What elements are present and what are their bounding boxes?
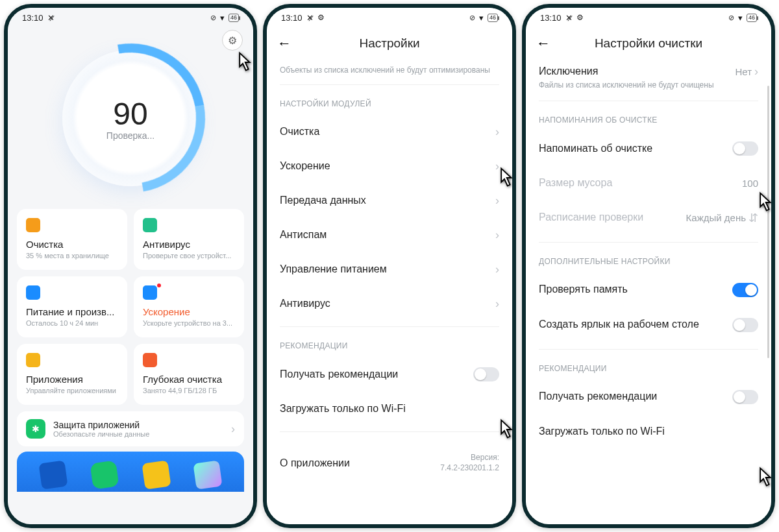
module-label: Управление питанием [280, 263, 495, 276]
status-time: 13:10 [281, 13, 303, 23]
tile-title: Антивирус [143, 239, 235, 250]
feature-tile[interactable]: Питание и произв... Осталось 10 ч 24 мин [17, 276, 127, 337]
toggle-off[interactable] [732, 318, 758, 332]
back-button[interactable]: ← [277, 35, 291, 52]
wifi-icon: ▾ [738, 13, 743, 23]
module-row[interactable]: Антивирус › [280, 287, 499, 321]
exclusions-row[interactable]: Исключения Файлы из списка исключений не… [539, 60, 758, 101]
phone-cleanup-settings: 13:10 ✕̷ ⚙ ⊘ ▾ 46 ← Настройки очистки Ис… [522, 4, 775, 528]
no-sim-icon: ⊘ [469, 14, 475, 22]
module-row[interactable]: Передача данных › [280, 184, 499, 218]
status-bar: 13:10 ✕̷ ⊘ ▾ 46 [8, 8, 253, 27]
back-button[interactable]: ← [536, 35, 550, 52]
about-row[interactable]: О приложении Версия:7.4.2-230201.1.2 [280, 442, 499, 483]
wifi-icon: ▾ [220, 13, 225, 23]
module-label: Антиспам [280, 228, 495, 242]
dnd-icon: ✕̷ [47, 13, 55, 23]
protection-title: Защита приложений [53, 420, 223, 430]
no-sim-icon: ⊘ [728, 14, 734, 22]
tile-icon [143, 285, 157, 300]
tile-icon [143, 218, 157, 232]
section-extra-label: ДОПОЛНИТЕЛЬНЫЕ НАСТРОЙКИ [539, 257, 758, 266]
feature-tile[interactable]: Очистка 35 % места в хранилище [17, 209, 127, 270]
score-status: Проверка... [106, 130, 155, 141]
module-label: Антивирус [280, 297, 495, 311]
module-row[interactable]: Очистка › [280, 115, 499, 149]
gallery-icon [193, 460, 223, 489]
reco-wifi-row[interactable]: Загружать только по Wi-Fi [539, 415, 758, 449]
module-row[interactable]: Управление питанием › [280, 252, 499, 287]
mail-icon [142, 460, 171, 489]
chevron-right-icon: › [495, 194, 499, 208]
status-time: 13:10 [540, 13, 562, 23]
feature-tile[interactable]: Ускорение Ускорьте устройство на 3... [134, 276, 244, 337]
section-reco-label: РЕКОМЕНДАЦИИ [539, 364, 758, 373]
score-ring[interactable]: 90 Проверка... [62, 50, 199, 186]
toggle-off[interactable] [732, 390, 758, 404]
header: ← Настройки очистки [526, 27, 771, 60]
trash-size-row[interactable]: Размер мусора 100 [539, 166, 758, 200]
tile-sub: Проверьте свое устройст... [143, 252, 235, 260]
trash-size-value: 100 [742, 178, 758, 189]
remind-row[interactable]: Напоминать об очистке [539, 131, 758, 166]
battery-indicator: 46 [488, 14, 498, 22]
status-time: 13:10 [22, 13, 43, 23]
battery-indicator: 46 [229, 14, 239, 22]
chevron-right-icon: › [495, 297, 499, 311]
exclusions-title: Исключения [539, 65, 728, 79]
tile-sub: Осталось 10 ч 24 мин [26, 319, 118, 327]
phone-settings: 13:10 ✕̷ ⚙ ⊘ ▾ 46 ← Настройки Объекты из… [263, 4, 516, 528]
chevron-right-icon: › [495, 125, 499, 139]
schedule-value: Каждый день [686, 212, 746, 223]
scroll-indicator [767, 86, 769, 358]
updown-icon: ⇵ [748, 211, 758, 225]
tile-title: Питание и произв... [26, 306, 118, 317]
no-sim-icon: ⊘ [210, 14, 216, 22]
section-modules-label: НАСТРОЙКИ МОДУЛЕЙ [280, 99, 499, 108]
dnd-icon: ✕̷ [565, 13, 573, 23]
version-value: Версия:7.4.2-230201.1.2 [440, 453, 499, 473]
about-label: О приложении [280, 457, 350, 469]
desktop-shortcut-row[interactable]: Создать ярлык на рабочем столе [539, 308, 758, 343]
chevron-right-icon: › [495, 263, 499, 276]
header: ← Настройки [267, 27, 512, 60]
tile-icon [26, 353, 40, 367]
reco-receive-row[interactable]: Получать рекомендации [539, 380, 758, 415]
green-shield-icon [90, 460, 119, 489]
tile-icon [143, 353, 157, 367]
page-title: Настройки [359, 36, 419, 51]
cursor-overlay [748, 463, 771, 493]
chevron-right-icon: › [231, 422, 235, 436]
toggle-on[interactable] [732, 283, 758, 297]
check-memory-row[interactable]: Проверять память [539, 272, 758, 308]
status-bar: 13:10 ✕̷ ⚙ ⊘ ▾ 46 [526, 8, 771, 27]
module-row[interactable]: Антиспам › [280, 218, 499, 252]
feature-tile[interactable]: Глубокая очистка Занято 44,9 ГБ/128 ГБ [134, 344, 244, 405]
chevron-right-icon: › [495, 228, 499, 242]
dnd-icon: ✕̷ [306, 13, 314, 23]
reco-wifi-row[interactable]: Загружать только по Wi-Fi [280, 392, 499, 426]
exclusions-sub: Файлы из списка исключений не будут очищ… [539, 80, 728, 90]
schedule-row[interactable]: Расписание проверки Каждый день ⇵ [539, 200, 758, 236]
module-row[interactable]: Ускорение › [280, 149, 499, 184]
status-bar: 13:10 ✕̷ ⚙ ⊘ ▾ 46 [267, 8, 512, 27]
tile-sub: 35 % места в хранилище [26, 252, 118, 260]
promo-banner[interactable] [17, 452, 244, 492]
tile-icon [26, 285, 40, 300]
tile-icon [26, 218, 40, 232]
exclusions-value: Нет [735, 66, 752, 77]
feature-tile[interactable]: Приложения Управляйте приложениями [17, 344, 127, 405]
settings-button[interactable]: ⚙ [222, 30, 243, 51]
feature-tile[interactable]: Антивирус Проверьте свое устройст... [134, 209, 244, 270]
protection-sub: Обезопасьте личные данные [53, 430, 223, 438]
reco-receive-row[interactable]: Получать рекомендации [280, 357, 499, 392]
toggle-off[interactable] [473, 367, 499, 381]
app-protection-row[interactable]: ✱ Защита приложений Обезопасьте личные д… [17, 411, 244, 446]
section-remind-label: НАПОМИНАНИЯ ОБ ОЧИСТКЕ [539, 115, 758, 125]
tile-title: Приложения [26, 374, 118, 385]
tile-sub: Занято 44,9 ГБ/128 ГБ [143, 387, 235, 394]
section-reco-label: РЕКОМЕНДАЦИИ [280, 341, 499, 350]
chevron-right-icon: › [754, 65, 758, 79]
gear-small-icon: ⚙ [317, 13, 325, 22]
toggle-off[interactable] [732, 141, 758, 156]
